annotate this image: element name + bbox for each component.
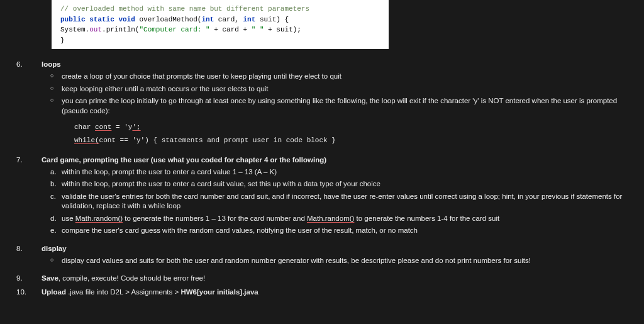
letter-item: e.compare the user's card guess with the…	[50, 226, 633, 236]
letter-item: b.within the loop, prompt the user to en…	[50, 179, 633, 189]
pseudo-code: char cont = 'y'; while(cont == 'y') { st…	[74, 121, 633, 147]
letter-item: c.validate the user's entries for both t…	[50, 192, 633, 211]
section-title-part: Save	[42, 274, 58, 282]
section-title-part: Upload	[42, 288, 66, 296]
bullet-item: you can prime the loop initially to go t…	[50, 96, 633, 116]
bullet-item: create a loop of your choice that prompt…	[50, 72, 633, 82]
item-10: 10. Upload .java file into D2L > Assignm…	[16, 288, 633, 296]
item-6: 6. loops create a loop of your choice th…	[16, 60, 633, 150]
section-title: loops	[42, 60, 61, 68]
item-number: 7.	[16, 156, 34, 164]
item-number: 9.	[16, 274, 34, 282]
item-number: 8.	[16, 245, 34, 252]
instructions: 6. loops create a loop of your choice th…	[0, 60, 644, 296]
item-9: 9. Save, compile, execute! Code should b…	[16, 274, 633, 282]
code-snippet: // overloaded method with same name but …	[52, 0, 389, 49]
section-title: display	[42, 245, 67, 252]
item-8: 8. display display card values and suits…	[16, 245, 633, 269]
item-number: 10.	[16, 288, 34, 296]
bullet-item: keep looping either until a match occurs…	[50, 84, 633, 94]
section-title: Card game, prompting the user (use what …	[42, 156, 326, 164]
item-number: 6.	[16, 60, 34, 68]
code-comment: // overloaded method with same name but …	[60, 5, 309, 13]
bullet-item: display card values and suits for both t…	[50, 256, 633, 266]
item-7: 7. Card game, prompting the user (use wh…	[16, 156, 633, 238]
letter-item: d.use Math.random() to generate the numb…	[50, 214, 633, 224]
letter-item: a.within the loop, prompt the user to en…	[50, 167, 633, 177]
